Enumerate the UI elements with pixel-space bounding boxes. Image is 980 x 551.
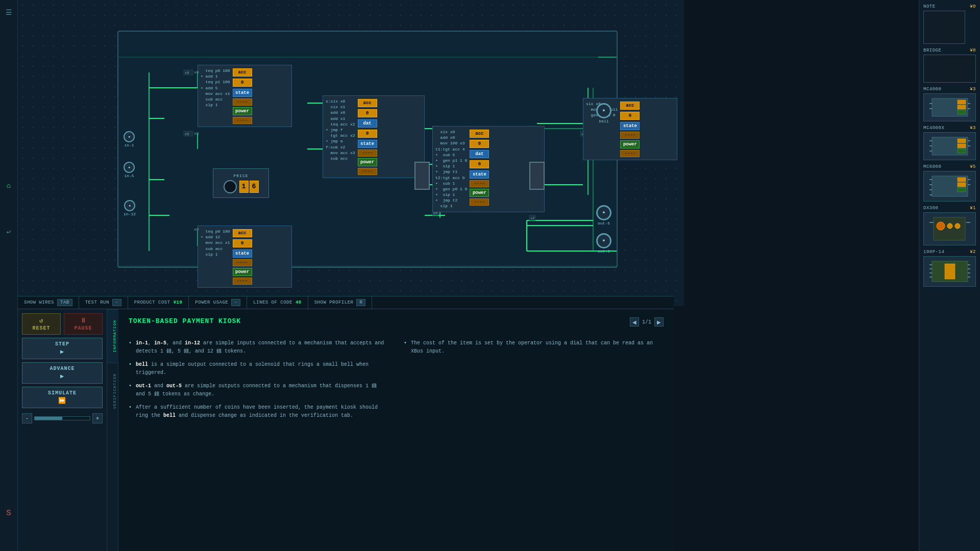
reset-label: RESET bbox=[32, 325, 50, 331]
component-100p14-label: 100P-14 bbox=[923, 249, 944, 255]
simulate-button[interactable]: SIMULATE ⏩ bbox=[22, 387, 103, 408]
component-mc6000-header: MC6000 ¥5 bbox=[923, 164, 976, 169]
component-dx300-body bbox=[923, 212, 976, 245]
port-x0-1: x0 bbox=[194, 70, 199, 74]
component-mc4000: MC4000 ¥3 bbox=[923, 87, 976, 121]
info-pagination: ◀ 1/1 ▶ bbox=[630, 317, 664, 327]
info-col-left: in-1, in-5, and in-12 are simple inputs … bbox=[129, 339, 388, 425]
menu-icon[interactable]: ☰ bbox=[2, 5, 16, 19]
advance-icon: ▶ bbox=[60, 372, 64, 380]
component-note-header: NOTE ¥0 bbox=[923, 4, 976, 9]
home-icon[interactable]: ⌂ bbox=[2, 179, 16, 193]
tab-verification[interactable]: VERIFICATION bbox=[107, 363, 118, 419]
status-test-run[interactable]: TEST RUN - bbox=[79, 296, 128, 309]
component-dx300: DX300 ¥1 bbox=[923, 206, 976, 245]
svg-point-87 bbox=[937, 222, 945, 230]
lines-of-code-label: LINES OF CODE bbox=[253, 300, 292, 305]
svg-rect-36 bbox=[184, 131, 193, 136]
price-dial[interactable]: PRICE 1 6 bbox=[213, 168, 269, 198]
tab-information[interactable]: INFORMATION bbox=[107, 309, 118, 363]
component-100p14: 100P-14 ¥2 bbox=[923, 249, 976, 287]
input-node-in12: ● in-12 bbox=[124, 200, 136, 216]
component-dx300-label: DX300 bbox=[923, 206, 939, 211]
output-node-out5: ● out-5 bbox=[596, 205, 611, 226]
simulate-icon: ⏩ bbox=[58, 397, 66, 405]
info-bullet-1: in-1, in-5, and in-12 are simple inputs … bbox=[129, 339, 388, 356]
price-display: 1 6 bbox=[224, 180, 259, 193]
output-node-out1: ● out-1 bbox=[596, 233, 611, 254]
speed-decrease[interactable]: - bbox=[22, 413, 32, 423]
component-bridge-header: BRIDGE ¥0 bbox=[923, 48, 976, 53]
svg-text:x0: x0 bbox=[185, 132, 189, 136]
mc-block-3[interactable]: slx x0 add x0 mov 100 x3 t1:tgt acc 4 + … bbox=[432, 126, 545, 212]
component-bridge-label: BRIDGE bbox=[923, 48, 941, 53]
status-show-profiler[interactable]: SHOW PROFILER R bbox=[308, 296, 373, 309]
info-bullet-4: After a sufficient number of coins have … bbox=[129, 404, 388, 420]
reset-button[interactable]: ↺ RESET bbox=[22, 313, 61, 335]
mc-block-4[interactable]: teq p0 100 + add 12 mov acc x1 sub acc s… bbox=[198, 226, 292, 288]
speed-increase[interactable]: + bbox=[92, 413, 103, 423]
component-mc6000: MC6000 ¥5 bbox=[923, 164, 976, 202]
svg-rect-45 bbox=[529, 215, 535, 220]
svg-rect-74 bbox=[958, 144, 966, 148]
info-col-right: The cost of the item is set by the opera… bbox=[404, 339, 664, 425]
svg-text:x0: x0 bbox=[185, 71, 189, 75]
show-profiler-label: SHOW PROFILER bbox=[314, 300, 354, 305]
power-usage-label: POWER USAGE bbox=[195, 300, 228, 305]
component-mc4000x-label: MC4000X bbox=[923, 126, 944, 131]
component-bridge-body bbox=[923, 55, 976, 83]
price-digit-2: 6 bbox=[250, 181, 259, 193]
component-mc4000x-price: ¥3 bbox=[970, 126, 976, 131]
mc-block-2-buttons: acc 0 dat 0 state ---- power ---- bbox=[358, 98, 377, 175]
component-note-label: NOTE bbox=[923, 4, 936, 9]
component-mc4000-header: MC4000 ¥3 bbox=[923, 87, 976, 92]
mc6000-svg bbox=[929, 173, 970, 199]
pause-button[interactable]: ⏸ PAUSE bbox=[64, 313, 103, 335]
show-wires-label: SHOW WIRES bbox=[24, 300, 54, 305]
mc-block-3-buttons: acc 0 dat 0 state ---- power ---- bbox=[470, 129, 489, 209]
advance-label: ADVANCE bbox=[50, 366, 75, 371]
svg-rect-73 bbox=[958, 139, 966, 143]
component-mc6000-price: ¥5 bbox=[970, 164, 976, 169]
test-run-key: - bbox=[112, 299, 121, 306]
back-icon[interactable]: ↩ bbox=[2, 224, 16, 239]
step-icon: ▶ bbox=[60, 348, 64, 356]
price-digits: 1 6 bbox=[239, 181, 259, 193]
info-title: TOKEN-BASED PAYMENT KIOSK bbox=[129, 317, 241, 325]
status-lines-of-code: LINES OF CODE 40 bbox=[247, 296, 308, 309]
product-cost-label: PRODUCT COST bbox=[134, 300, 170, 305]
prev-page-button[interactable]: ◀ bbox=[630, 317, 639, 327]
component-bridge: BRIDGE ¥0 bbox=[923, 48, 976, 83]
component-dx300-header: DX300 ¥1 bbox=[923, 206, 976, 211]
component-note-body bbox=[923, 11, 965, 44]
pause-icon: ⏸ bbox=[80, 317, 87, 324]
bottom-panel: ↺ RESET ⏸ PAUSE STEP ▶ ADVANCE ▶ SIMULAT… bbox=[18, 309, 674, 551]
product-cost-value: ¥19 bbox=[174, 300, 183, 305]
speed-bar bbox=[34, 416, 90, 420]
show-wires-key: TAB bbox=[57, 299, 72, 306]
next-page-button[interactable]: ▶ bbox=[654, 317, 664, 327]
component-100p14-body bbox=[923, 256, 976, 287]
advance-button[interactable]: ADVANCE ▶ bbox=[22, 362, 103, 384]
speed-control: - + bbox=[22, 413, 103, 423]
component-note-price: ¥0 bbox=[970, 4, 976, 9]
svg-text:x2: x2 bbox=[530, 216, 534, 220]
step-button[interactable]: STEP ▶ bbox=[22, 338, 103, 359]
svg-rect-66 bbox=[958, 110, 966, 114]
component-mc4000x: MC4000X ¥3 bbox=[923, 126, 976, 160]
mc-block-4-buttons: acc 0 state ---- power ---- bbox=[233, 229, 252, 285]
component-mc4000-label: MC4000 bbox=[923, 87, 941, 92]
circuit-board: x0 x0 p0 p0 p1 x1 p1 p0 x3 p1 x2 x0 ● in… bbox=[117, 31, 618, 268]
price-dial-circle[interactable] bbox=[224, 180, 237, 193]
component-100p14-price: ¥2 bbox=[970, 249, 976, 255]
reset-icon: ↺ bbox=[39, 317, 43, 324]
controls-panel: ↺ RESET ⏸ PAUSE STEP ▶ ADVANCE ▶ SIMULAT… bbox=[18, 309, 107, 551]
info-panel: TOKEN-BASED PAYMENT KIOSK ◀ 1/1 ▶ in-1, … bbox=[118, 309, 674, 551]
svg-rect-101 bbox=[945, 264, 955, 279]
mc-block-1[interactable]: teq p0 100 + add 1 teq p1 100 + add 5 mo… bbox=[198, 65, 292, 127]
mc-block-2[interactable]: s:slx x0 slx x1 add x0 add x1 teq acc x2… bbox=[323, 95, 425, 178]
component-mc4000-body bbox=[923, 93, 976, 121]
status-power-usage: POWER USAGE - bbox=[189, 296, 247, 309]
status-show-wires[interactable]: SHOW WIRES TAB bbox=[18, 296, 79, 309]
price-digit-1: 1 bbox=[239, 181, 249, 193]
